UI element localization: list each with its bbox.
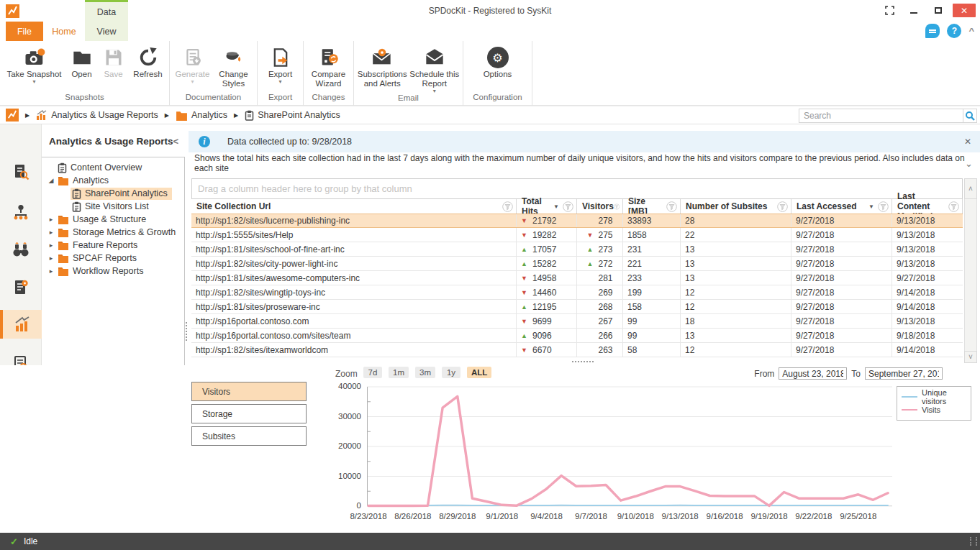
table-row[interactable]: http://sp1:81/sites/awesome-computers-in… (191, 271, 963, 285)
zoom-button-1m[interactable]: 1m (389, 367, 409, 378)
refresh-icon (137, 45, 159, 70)
home-logo-icon[interactable] (6, 109, 19, 122)
to-date-input[interactable] (865, 367, 943, 380)
search-button[interactable] (963, 109, 977, 123)
tree-item-spcaf-reports[interactable]: ▸SPCAF Reports (42, 252, 184, 265)
grid-vertical-scrollbar[interactable]: ˄ ˅ (964, 178, 977, 363)
column-header-label: Visitors (582, 201, 614, 211)
help-icon[interactable]: ? (947, 24, 961, 38)
zoom-button-1y[interactable]: 1y (442, 367, 460, 378)
chart-toggle-visitors[interactable]: Visitors (191, 382, 307, 401)
open-button[interactable]: Open (67, 44, 97, 88)
tree-item-feature-reports[interactable]: ▸Feature Reports (42, 239, 184, 252)
table-row[interactable]: http://sp1:82/sites/wingtip-toys-inc▼144… (191, 285, 963, 300)
tree-expander-collapsed-icon[interactable]: ▸ (46, 242, 56, 249)
rail-item-permissions[interactable] (0, 198, 42, 226)
tree-item-analytics[interactable]: ◢Analytics (42, 174, 184, 187)
filter-icon[interactable] (666, 201, 677, 212)
table-row[interactable]: http://sp1:5555/sites/Help▼19282▼2751858… (191, 228, 963, 242)
legend-item-unique-visitors: Unique visitors (902, 390, 966, 403)
chart-toggle-subsites[interactable]: Subsites (191, 426, 307, 446)
tab-data[interactable]: Data (85, 2, 128, 22)
zoom-button-3m[interactable]: 3m (415, 367, 435, 378)
table-row[interactable]: http://sp1:82/sites/itexamworldcom▼66702… (191, 343, 963, 357)
tab-view[interactable]: View (85, 22, 128, 41)
refresh-button[interactable]: Refresh (130, 44, 166, 88)
column-header-last-accessed[interactable]: Last Accessed▼ (791, 199, 892, 214)
collapse-panel-icon[interactable]: < (173, 136, 178, 147)
group-by-panel[interactable]: Drag a column header here to group by th… (191, 178, 963, 199)
tree-expander-collapsed-icon[interactable]: ▸ (46, 255, 56, 262)
compare-wizard-button[interactable]: Compare Wizard (307, 44, 350, 88)
filter-icon[interactable] (948, 201, 959, 212)
schedule-report-button[interactable]: Schedule this Report ▾ (409, 44, 460, 93)
column-header-visitors[interactable]: Visitors (577, 199, 623, 214)
x-axis-tick-label: 9/4/2018 (524, 512, 570, 521)
table-row[interactable]: http://sp1:82/sites/city-power-light-inc… (191, 257, 963, 271)
column-header-number-of-subsites[interactable]: Number of Subsites (681, 199, 791, 214)
take-snapshot-button[interactable]: Take Snapshot ▾ (4, 44, 65, 88)
resize-grip[interactable] (970, 537, 977, 546)
description-expand-icon[interactable]: ⌄ (965, 158, 973, 169)
tree-item-storage-metrics-growth[interactable]: ▸Storage Metrics & Growth (42, 226, 184, 239)
table-row[interactable]: http://sp1:81/sites/proseware-inc▲121952… (191, 300, 963, 314)
tree-expander-collapsed-icon[interactable]: ▸ (46, 229, 56, 236)
filter-icon[interactable] (563, 201, 573, 212)
vertical-splitter-grip[interactable] (186, 322, 189, 341)
column-header-size-mb[interactable]: Size [MB] (623, 199, 681, 214)
column-header-site-collection-url[interactable]: Site Collection Url (191, 199, 517, 214)
subscriptions-alerts-button[interactable]: Subscriptions and Alerts (357, 44, 408, 88)
maximize-button[interactable] (928, 4, 948, 17)
rail-item-report-explorer[interactable] (0, 157, 42, 186)
status-text: Idle (24, 536, 37, 546)
table-row[interactable]: http://sp16portal.contoso.com/sites/team… (191, 329, 963, 343)
tree-item-usage-structure[interactable]: ▸Usage & Structure (42, 213, 184, 226)
tree-item-content-overview[interactable]: Content Overview (42, 161, 184, 174)
zoom-button-7d[interactable]: 7d (363, 367, 382, 378)
filter-icon[interactable] (878, 201, 889, 212)
table-row[interactable]: http://sp1:82/sites/lucerne-publishing-i… (191, 214, 963, 228)
tab-file[interactable]: File (6, 22, 43, 41)
close-button[interactable]: ✕ (953, 4, 976, 17)
change-styles-button[interactable]: Change Styles (214, 44, 254, 88)
column-header-total-hits[interactable]: Total Hits▼ (517, 199, 577, 214)
tree-item-sharepoint-analytics[interactable]: SharePoint Analytics (42, 187, 184, 200)
tree-item-workflow-reports[interactable]: ▸Workflow Reports (42, 265, 184, 278)
breadcrumb-item-sharepoint-analytics[interactable]: SharePoint Analytics (245, 110, 340, 121)
table-row[interactable]: http://sp1:81/sites/school-of-fine-art-i… (191, 242, 963, 257)
rail-item-explore[interactable] (0, 236, 42, 265)
options-button[interactable]: ⚙ Options (476, 44, 520, 88)
tree-expander-collapsed-icon[interactable]: ▸ (46, 267, 56, 275)
tree-expander-expanded-icon[interactable]: ◢ (46, 177, 56, 184)
column-header-last-content-modified[interactable]: Last Content Modified (892, 199, 963, 214)
breadcrumb-item-analytics[interactable]: Analytics (176, 110, 227, 121)
fullscreen-button[interactable] (879, 4, 899, 17)
filter-icon[interactable] (502, 201, 513, 212)
filter-icon[interactable] (614, 201, 620, 212)
search-input[interactable] (799, 109, 963, 123)
trend-up-icon: ▲ (521, 260, 528, 267)
horizontal-splitter-grip[interactable] (572, 361, 594, 364)
scroll-down-icon[interactable]: ˅ (964, 351, 977, 363)
table-row[interactable]: http://sp16portal.contoso.com▼9699267991… (191, 314, 963, 329)
envelope-schedule-icon (424, 45, 445, 70)
info-bar-close-icon[interactable]: ✕ (964, 137, 971, 147)
breadcrumb-item-analytics-usage-reports[interactable]: Analytics & Usage Reports (36, 110, 158, 120)
collapse-ribbon-icon[interactable]: ^ (968, 27, 974, 35)
scrollbar-track[interactable] (964, 199, 977, 351)
zoom-button-all[interactable]: ALL (467, 367, 491, 378)
tab-home[interactable]: Home (43, 22, 85, 41)
scroll-up-icon[interactable]: ˄ (964, 178, 977, 199)
minimize-button[interactable] (904, 4, 924, 17)
tree-item-site-visitors-list[interactable]: Site Visitors List (42, 200, 184, 213)
tree-item-label: Analytics (73, 175, 109, 185)
rail-item-analytics[interactable] (0, 310, 42, 339)
export-button[interactable]: Export ▾ (261, 44, 300, 88)
feedback-chat-icon[interactable] (925, 24, 940, 38)
tree-expander-collapsed-icon[interactable]: ▸ (46, 216, 56, 223)
from-date-input[interactable] (779, 367, 847, 380)
filter-icon[interactable] (777, 201, 788, 212)
chart-toggle-storage[interactable]: Storage (191, 404, 307, 423)
rail-item-audit[interactable] (0, 273, 42, 302)
x-axis-tick-label: 9/7/2018 (568, 512, 614, 521)
